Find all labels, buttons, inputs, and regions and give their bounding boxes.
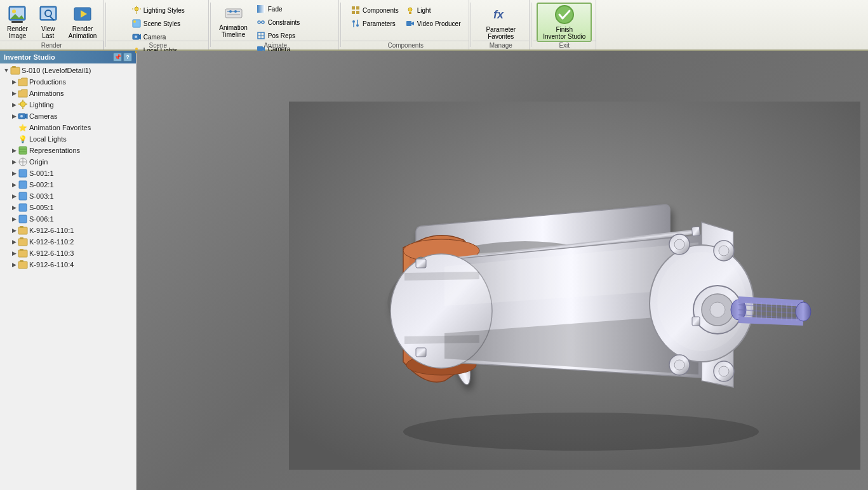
parameter-favorites-icon: fx xyxy=(491,4,511,25)
svg-marker-59 xyxy=(25,114,27,119)
render-animation-button[interactable]: Render Animation xyxy=(64,3,101,42)
tree-label-k912-4: K-912-6-110:4 xyxy=(29,261,74,268)
video-producer-label: Video Producer xyxy=(417,20,461,27)
tree-item-s001[interactable]: ▶ S-001:1 xyxy=(1,168,135,179)
tree-item-s006[interactable]: ▶ S-006:1 xyxy=(1,213,135,225)
tree-label-productions: Productions xyxy=(29,78,66,86)
tree-label-s005: S-005:1 xyxy=(29,204,54,211)
tree-item-cameras[interactable]: ▶ Cameras xyxy=(1,110,135,122)
svg-rect-38 xyxy=(356,6,359,10)
tree-item-s003[interactable]: ▶ S-003:1 xyxy=(1,190,135,202)
parameters-button[interactable]: Parameters xyxy=(348,17,401,30)
parameter-favorites-button[interactable]: fx Parameter Favorites xyxy=(480,3,521,42)
pos-reps-icon xyxy=(256,30,266,41)
tree-label-s006: S-006:1 xyxy=(29,215,54,223)
tree-expand-k912-3: ▶ xyxy=(10,249,18,257)
tree-icon-s003 xyxy=(18,191,28,201)
svg-point-11 xyxy=(135,7,138,11)
viewport[interactable] xyxy=(137,51,868,490)
render-image-button[interactable]: Render Image xyxy=(3,3,32,42)
tree-item-k912-2[interactable]: ▶ K-912-6-110:2 xyxy=(1,236,135,248)
svg-rect-23 xyxy=(225,9,242,18)
pos-reps-label: Pos Reps xyxy=(268,32,295,39)
tree-item-k912-3[interactable]: ▶ K-912-6-110:3 xyxy=(1,248,135,259)
svg-line-119 xyxy=(738,320,803,322)
tree-item-local-lights[interactable]: 💡 Local Lights xyxy=(1,133,135,145)
animation-timeline-button[interactable]: Animation Timeline xyxy=(215,1,251,41)
manage-buttons: fx Parameter Favorites xyxy=(480,1,521,42)
lighting-styles-label: Lighting Styles xyxy=(144,7,185,14)
animation-timeline-label: Animation Timeline xyxy=(219,24,247,38)
lighting-styles-button[interactable]: Lighting Styles xyxy=(129,4,187,17)
svg-rect-70 xyxy=(19,204,27,211)
ribbon-group-scene: Lighting Styles Scene Styles Camera xyxy=(107,0,209,50)
tree-item-s002[interactable]: ▶ S-002:1 xyxy=(1,179,135,190)
svg-rect-136 xyxy=(416,348,426,357)
tree-icon-k912-1 xyxy=(18,225,28,235)
view-last-icon xyxy=(38,5,58,24)
components-buttons: Components Parameters Light xyxy=(348,1,463,41)
tree-label-representations: Representations xyxy=(29,147,80,154)
divider-2 xyxy=(210,3,211,47)
tree-icon-k912-3 xyxy=(18,248,28,258)
svg-rect-37 xyxy=(352,6,355,10)
svg-rect-77 xyxy=(20,249,23,251)
svg-point-81 xyxy=(403,413,759,451)
components-button[interactable]: Components xyxy=(348,4,401,17)
svg-rect-67 xyxy=(19,169,27,177)
svg-point-113 xyxy=(710,302,725,317)
tree-label-k912-2: K-912-6-110:2 xyxy=(29,238,74,246)
ribbon: Render Image View Last Render Animation … xyxy=(0,0,868,51)
tree-item-k912-4[interactable]: ▶ K-912-6-110:4 xyxy=(1,259,135,270)
tree-label-origin: Origin xyxy=(29,158,48,166)
panel-pin-button[interactable]: 📌 xyxy=(113,53,122,62)
svg-rect-135 xyxy=(416,259,426,268)
video-producer-button[interactable]: Video Producer xyxy=(403,17,464,30)
render-animation-icon xyxy=(72,5,93,24)
finish-inventor-studio-button[interactable]: Finish Inventor Studio xyxy=(537,3,592,42)
tree-item-animations[interactable]: ▶ Animations xyxy=(1,88,135,99)
ribbon-group-animate: Animation Timeline Fade Constraints xyxy=(212,0,339,50)
ribbon-group-manage: fx Parameter Favorites Manage xyxy=(472,0,530,50)
tree-item-k912-1[interactable]: ▶ K-912-6-110:1 xyxy=(1,225,135,236)
svg-rect-71 xyxy=(19,215,27,223)
svg-rect-40 xyxy=(356,11,359,14)
svg-rect-52 xyxy=(12,66,16,68)
tree-label-cameras: Cameras xyxy=(29,112,58,120)
svg-point-50 xyxy=(556,6,573,23)
constraints-button[interactable]: Constraints xyxy=(253,16,303,29)
tree-expand-cameras: ▶ xyxy=(10,112,18,120)
scene-styles-button[interactable]: Scene Styles xyxy=(129,17,187,30)
svg-rect-6 xyxy=(41,8,55,19)
pos-reps-button[interactable]: Pos Reps xyxy=(253,29,303,42)
main-area: Inventor Studio 📌 ? ▼ S-010 (LevelofDeta… xyxy=(0,51,868,490)
finish-inventor-studio-icon xyxy=(554,4,575,25)
tree-label-lighting: Lighting xyxy=(29,101,54,109)
fade-label: Fade xyxy=(268,6,283,13)
components-icon xyxy=(351,5,361,15)
svg-point-29 xyxy=(258,21,260,23)
tree-item-root[interactable]: ▼ S-010 (LevelofDetail1) xyxy=(1,65,135,76)
tree-item-s005[interactable]: ▶ S-005:1 xyxy=(1,202,135,213)
components-label: Components xyxy=(363,7,399,14)
light-button[interactable]: Light xyxy=(403,4,464,17)
tree-icon-anim-favorites: ⭐ xyxy=(18,122,28,133)
tree-expand-s003: ▶ xyxy=(10,192,18,200)
svg-rect-72 xyxy=(18,227,27,234)
tree-item-lighting[interactable]: ▶ Lighting xyxy=(1,99,135,110)
animate-group-label: Animate xyxy=(212,41,338,50)
svg-point-41 xyxy=(352,20,355,23)
view-last-button[interactable]: View Last xyxy=(34,3,63,42)
tree-item-representations[interactable]: ▶ Representations xyxy=(1,145,135,156)
video-producer-icon xyxy=(405,18,415,29)
svg-rect-134 xyxy=(692,317,700,326)
svg-rect-46 xyxy=(409,12,411,14)
scene-styles-label: Scene Styles xyxy=(144,20,180,27)
tree-icon-s001 xyxy=(18,168,28,178)
fade-button[interactable]: Fade xyxy=(253,3,303,15)
tree-item-anim-favorites[interactable]: ⭐ Animation Favorites xyxy=(1,122,135,133)
tree-label-k912-1: K-912-6-110:1 xyxy=(29,227,74,234)
tree-item-origin[interactable]: ▶ Origin xyxy=(1,156,135,168)
view-last-label: View Last xyxy=(41,25,55,39)
tree-item-productions[interactable]: ▶ Productions xyxy=(1,76,135,88)
